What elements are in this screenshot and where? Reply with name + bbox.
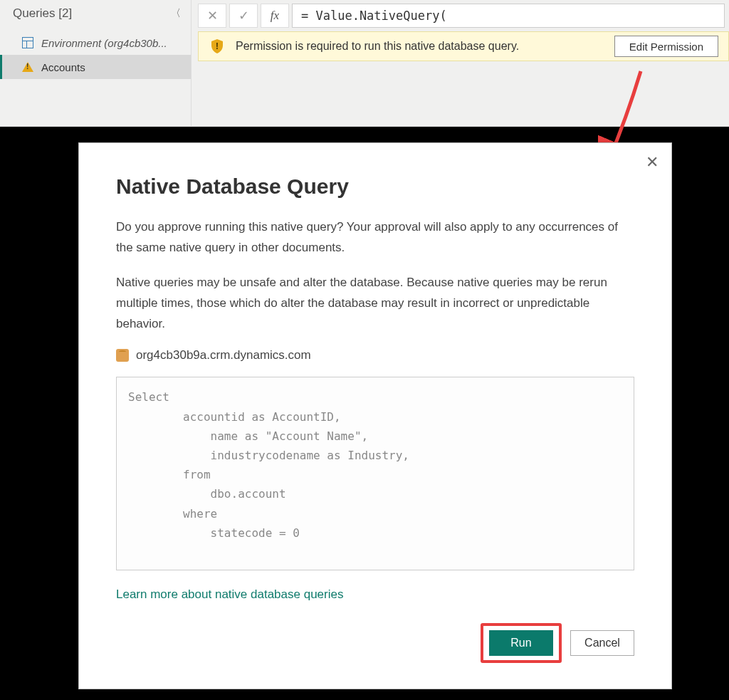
shield-warning-icon: !	[209, 38, 226, 55]
learn-more-link[interactable]: Learn more about native database queries	[116, 587, 343, 602]
x-icon: ✕	[207, 8, 218, 23]
query-item-accounts[interactable]: Accounts	[0, 55, 191, 79]
query-item-label: Environment (org4cb30b...	[41, 37, 167, 49]
queries-header[interactable]: Queries [2] 〈	[0, 0, 191, 28]
svg-point-3	[119, 357, 126, 360]
formula-fx-button[interactable]: fx	[261, 4, 289, 28]
dialog-source-text: org4cb30b9a.crm.dynamics.com	[136, 348, 311, 362]
formula-cancel-button[interactable]: ✕	[198, 4, 226, 28]
native-query-text[interactable]: Select accountid as AccountID, name as "…	[116, 377, 634, 570]
formula-input[interactable]	[292, 4, 725, 28]
query-item-label: Accounts	[41, 61, 85, 73]
warning-icon	[21, 61, 34, 73]
dialog-source-row: org4cb30b9a.crm.dynamics.com	[116, 348, 634, 362]
native-query-dialog: ✕ Native Database Query Do you approve r…	[78, 142, 672, 689]
query-list: Environment (org4cb30b... Accounts	[0, 28, 191, 79]
edit-permission-button[interactable]: Edit Permission	[614, 36, 718, 57]
permission-banner: ! Permission is required to run this nat…	[198, 31, 729, 61]
queries-title: Queries [2]	[13, 6, 72, 21]
formula-bar: ✕ ✓ fx	[198, 0, 729, 28]
dialog-button-row: Run Cancel	[481, 623, 634, 663]
run-highlight-box: Run	[481, 623, 562, 663]
permission-text: Permission is required to run this nativ…	[236, 40, 614, 53]
cancel-button[interactable]: Cancel	[570, 630, 634, 656]
fx-icon: fx	[271, 9, 279, 23]
check-icon: ✓	[238, 8, 249, 23]
database-icon	[116, 349, 129, 362]
query-item-environment[interactable]: Environment (org4cb30b...	[0, 31, 191, 55]
run-button[interactable]: Run	[489, 630, 553, 656]
dialog-paragraph-1: Do you approve running this native query…	[116, 217, 634, 258]
close-icon: ✕	[646, 153, 659, 171]
collapse-chevron-icon[interactable]: 〈	[171, 7, 181, 20]
dialog-paragraph-2: Native queries may be unsafe and alter t…	[116, 273, 634, 335]
close-button[interactable]: ✕	[646, 153, 659, 172]
queries-sidebar: Queries [2] 〈 Environment (org4cb30b... …	[0, 0, 192, 127]
formula-accept-button[interactable]: ✓	[229, 4, 258, 28]
formula-area: ✕ ✓ fx ! Permission is required to run t…	[198, 0, 729, 127]
editor-top-panel: Queries [2] 〈 Environment (org4cb30b... …	[0, 0, 729, 127]
dialog-title: Native Database Query	[116, 174, 634, 199]
svg-text:!: !	[216, 41, 219, 51]
table-icon	[21, 36, 34, 49]
